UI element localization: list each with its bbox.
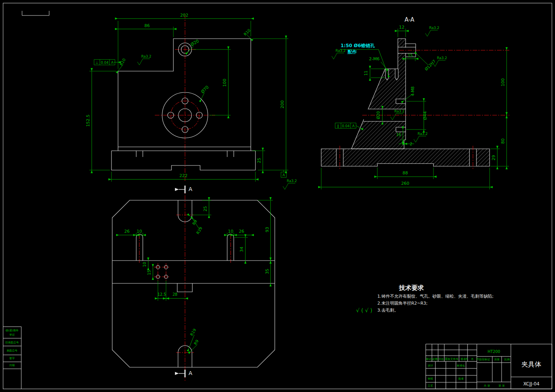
roughness-label: Ra3.2 <box>418 132 428 136</box>
roughness-icon <box>283 183 295 189</box>
plan-view-label: 34 <box>239 247 244 252</box>
roughness-label: Ra3.2 <box>336 49 346 53</box>
front-outline <box>111 39 255 170</box>
title-block-label: 标记 <box>426 358 432 361</box>
title-block-label: 批准 <box>458 377 464 380</box>
section-view-label: 12 <box>399 25 404 30</box>
fcf-datum: A <box>111 61 114 65</box>
section-view-label: 29 <box>491 155 496 160</box>
section-view-label: 2 <box>410 142 412 146</box>
front-centerlines <box>155 14 215 181</box>
binding-mark <box>22 11 49 15</box>
section-view-label: Ø12H7 <box>424 59 436 71</box>
plan-view-label: R9 <box>193 339 199 346</box>
fcf-tolerance: 0.04 <box>101 61 108 65</box>
leader-r19 <box>189 335 194 348</box>
front-view-label: 222 <box>180 173 188 178</box>
title-block-label: 年、月、日 <box>466 358 479 361</box>
front-view-label: R10 <box>243 28 252 37</box>
title-block-label: 阶段标记 <box>479 358 490 361</box>
tech-requirements-title: 技术要求 <box>399 284 424 291</box>
cad-canvas: HT200 夹具体 XCJJ-04 A-A 1:50 Ø6锥销孔 配作 技术要求… <box>0 0 555 392</box>
title-block-label: 设计 <box>428 364 433 367</box>
front-view-label: 86 <box>144 23 150 28</box>
plan-view-label: A <box>188 370 192 376</box>
plan-view-label: 12.5 <box>158 292 166 297</box>
section-view-label: Ø20 <box>376 111 380 119</box>
front-view-label: 25 <box>257 158 262 163</box>
plan-view-label: 10 <box>228 229 233 234</box>
tech-requirement-item: 2.未注明圆角半径R2~R3; <box>377 301 428 306</box>
front-view-label: 100 <box>222 79 227 87</box>
section-view-label: 260 <box>401 181 409 186</box>
title-block-label: 共 张 <box>484 384 490 387</box>
title-block-label: 比例 <box>504 358 510 361</box>
left-strip-label: 日期 <box>9 364 15 367</box>
section-view-label: 4-M8 <box>411 87 415 96</box>
front-view-label: Ø20 <box>190 39 200 48</box>
plan-view-label: R19 <box>195 226 203 235</box>
material-label: HT200 <box>488 349 500 354</box>
fcf-tolerance: 0.04 <box>342 124 349 128</box>
plan-view-label: 15 <box>147 270 151 275</box>
plan-extension-lines <box>136 200 273 301</box>
section-view-label: 80 <box>500 138 505 144</box>
left-strip-label: 旧底图总号 <box>5 341 19 344</box>
pin-hole-note-line2: 配作 <box>348 49 357 55</box>
leader-fcf <box>356 126 360 128</box>
section-view-label: 16 <box>396 133 401 137</box>
left-strip-label: 借(通)用件 <box>5 329 18 332</box>
part-name: 夹具体 <box>522 360 541 368</box>
section-view-label: 100 <box>500 78 505 87</box>
plan-view-label: R19 <box>189 328 197 337</box>
title-block-label: 质量 <box>494 358 500 361</box>
title-block-label: 分区 <box>438 358 444 361</box>
tech-requirement-item: 1.铸件不允许有裂纹、气孔、砂眼、缩松、夹渣、毛刺等缺陷; <box>377 294 493 299</box>
roughness-icon <box>332 53 344 59</box>
plan-view-label: 26 <box>239 229 244 234</box>
plan-view-label: 25 <box>203 206 208 211</box>
misc-label: √ ( √ ) <box>356 307 372 314</box>
title-block: HT200 夹具体 XCJJ-04 <box>426 344 552 389</box>
section-view-label: Ø44 <box>423 111 428 120</box>
leader-r10 <box>247 35 250 38</box>
plan-view <box>112 186 275 381</box>
plan-view-label: 35 <box>265 269 270 274</box>
roughness-icon <box>425 30 438 36</box>
section-view-label: 88 <box>403 170 408 176</box>
leader-pin-hole <box>379 49 388 74</box>
plan-centerlines <box>139 187 231 381</box>
left-strip-label: 登记 <box>9 333 15 336</box>
roughness-label: Ra3.2 <box>287 179 297 183</box>
front-view-label: 202 <box>180 13 188 18</box>
roughness-icon <box>137 59 150 65</box>
plan-view-label: 10 <box>142 262 147 267</box>
drawing-frame <box>3 3 552 389</box>
title-block-label: 第 张 <box>498 384 505 387</box>
plan-view-label: 28 <box>173 292 178 297</box>
roughness-label: Ra3.2 <box>429 26 439 30</box>
section-title: A-A <box>404 16 415 23</box>
roughness-label: Ra3.2 <box>141 55 151 58</box>
front-view-label: 200 <box>280 101 285 109</box>
plan-view-label: 26 <box>124 229 130 234</box>
roughness-label: Ra3.2 <box>394 109 404 113</box>
cad-drawing: HT200 夹具体 XCJJ-04 A-A 1:50 Ø6锥销孔 配作 技术要求… <box>0 0 555 392</box>
plan-view-label: 93 <box>265 227 270 232</box>
fcf-symbol: ∥ <box>337 124 339 128</box>
front-view <box>89 14 288 182</box>
drawing-number: XCJJ-04 <box>523 381 540 387</box>
title-block-label: 工艺 <box>428 384 433 387</box>
title-block-label: 审核 <box>428 377 433 380</box>
section-view-label: 15 <box>408 53 413 58</box>
front-view-label: 152.5 <box>86 114 91 127</box>
section-view-label: 11 <box>364 71 368 76</box>
fcf-datum: A <box>352 124 355 128</box>
plan-view-label: R9 <box>192 219 198 226</box>
pin-hole-note-line1: 1:50 Ø6锥销孔 <box>341 43 375 48</box>
title-block-label: 标准化 <box>457 364 465 367</box>
leader-d12h7 <box>417 55 428 65</box>
left-strip-label: 签字 <box>9 357 15 360</box>
plan-view-label: A <box>188 186 192 192</box>
plan-view-label: 10 <box>137 229 142 234</box>
